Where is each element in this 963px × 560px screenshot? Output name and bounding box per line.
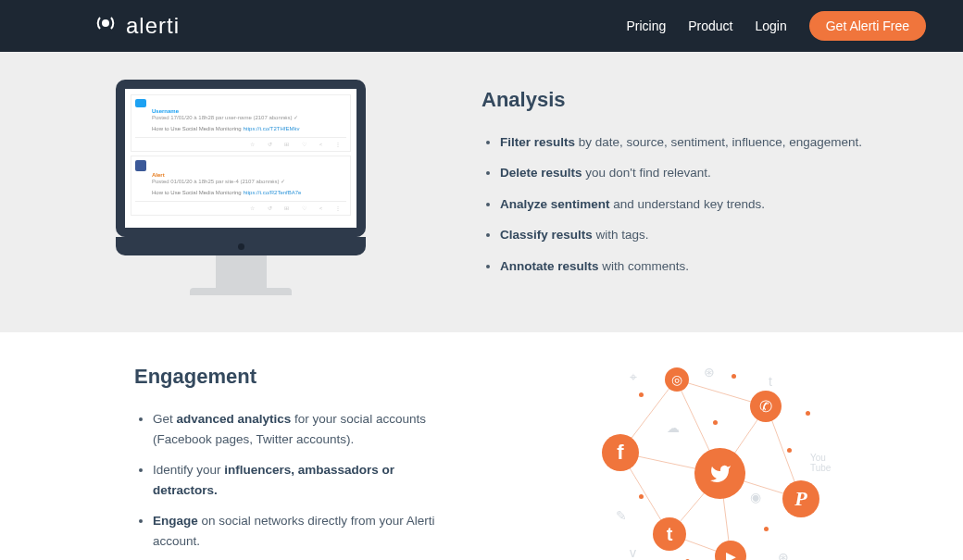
- feed-meta: Posted 01/01/20 à 18h25 par site-4 (2107…: [152, 178, 346, 184]
- engagement-content: Engagement Get advanced analytics for yo…: [0, 365, 482, 560]
- analysis-illustration: Username Posted 17/01/20 à 18h28 par use…: [0, 80, 482, 295]
- main-nav: Pricing Product Login Get Alerti Free: [626, 11, 926, 41]
- dribbble-bg-icon: ⊛: [778, 550, 789, 560]
- twitter-icon: [694, 448, 745, 499]
- android-icon: ◉: [750, 490, 761, 504]
- whatsapp-icon: ✆: [750, 391, 782, 422]
- list-item: Identify your influencers, ambassadors o…: [153, 460, 444, 500]
- engagement-heading: Engagement: [134, 365, 444, 389]
- monitor-graphic: Username Posted 17/01/20 à 18h28 par use…: [116, 80, 366, 295]
- nav-pricing[interactable]: Pricing: [626, 19, 666, 33]
- analysis-heading: Analysis: [482, 88, 870, 112]
- feed-text: How to Use Social Media Monitoring: [152, 126, 243, 131]
- engagement-section: Engagement Get advanced analytics for yo…: [0, 332, 963, 560]
- list-item: Classify results with tags.: [500, 225, 870, 245]
- engagement-illustration: f ◎ ✆ P ▶ t ⌖ ⊛ t ☁ YouTube ✎ v ⊛ ◉: [482, 365, 963, 560]
- pin-bg-icon: ✎: [616, 508, 627, 523]
- pinterest-icon: P: [782, 480, 819, 517]
- nav-login[interactable]: Login: [755, 19, 786, 33]
- feed-item: Alert Posted 01/01/20 à 18h25 par site-4…: [131, 156, 351, 216]
- list-item: Filter results by date, source, sentimen…: [500, 132, 870, 153]
- analysis-content: Analysis Filter results by date, source,…: [482, 88, 963, 288]
- social-network-graphic: f ◎ ✆ P ▶ t ⌖ ⊛ t ☁ YouTube ✎ v ⊛ ◉: [602, 365, 843, 560]
- svg-point-0: [102, 19, 109, 27]
- tumblr-bg-icon: t: [769, 374, 772, 389]
- facebook-icon: [135, 160, 146, 171]
- analysis-section: Username Posted 17/01/20 à 18h28 par use…: [0, 52, 963, 332]
- feed-link: https://t.co/T2THfEMkv: [243, 126, 299, 131]
- get-alerti-free-button[interactable]: Get Alerti Free: [809, 11, 926, 41]
- feed-link: https://t.co/R2TenfBA7e: [243, 190, 301, 195]
- dribbble-icon: ⊛: [704, 365, 715, 380]
- feed-actions: ☆ ↺ ⊞ ♡ < ⋮: [135, 137, 346, 147]
- feed-item: Username Posted 17/01/20 à 18h28 par use…: [131, 94, 351, 152]
- cloud-icon: ☁: [667, 420, 680, 435]
- list-item: Analyze sentiment and understand key tre…: [500, 194, 870, 215]
- instagram-icon: ◎: [665, 367, 689, 392]
- twitter-icon: [135, 99, 146, 107]
- alerti-logo-icon: [93, 10, 119, 42]
- nav-product[interactable]: Product: [688, 19, 732, 33]
- list-item: Delete results you don't find relevant.: [500, 163, 870, 183]
- rss-icon: ⌖: [630, 369, 637, 385]
- brand-name: alerti: [126, 13, 180, 39]
- feed-meta: Posted 17/01/20 à 18h28 par user-name (2…: [152, 114, 346, 120]
- feed-text: How to Use Social Media Monitoring: [152, 190, 243, 195]
- brand-logo[interactable]: alerti: [93, 10, 180, 42]
- youtube-text-icon: YouTube: [810, 453, 831, 473]
- vimeo-icon: v: [630, 545, 636, 560]
- list-item: Engage on social networks directly from …: [153, 511, 444, 551]
- list-item: Annotate results with comments.: [500, 256, 870, 277]
- feed-actions: ☆ ↺ ⊞ ♡ < ⋮: [135, 201, 346, 211]
- site-header: alerti Pricing Product Login Get Alerti …: [0, 0, 963, 52]
- engagement-list: Get advanced analytics for your social a…: [134, 409, 444, 560]
- tumblr-icon: t: [653, 517, 686, 551]
- list-item: Get advanced analytics for your social a…: [153, 409, 444, 449]
- analysis-list: Filter results by date, source, sentimen…: [482, 132, 870, 277]
- facebook-icon: f: [602, 434, 639, 471]
